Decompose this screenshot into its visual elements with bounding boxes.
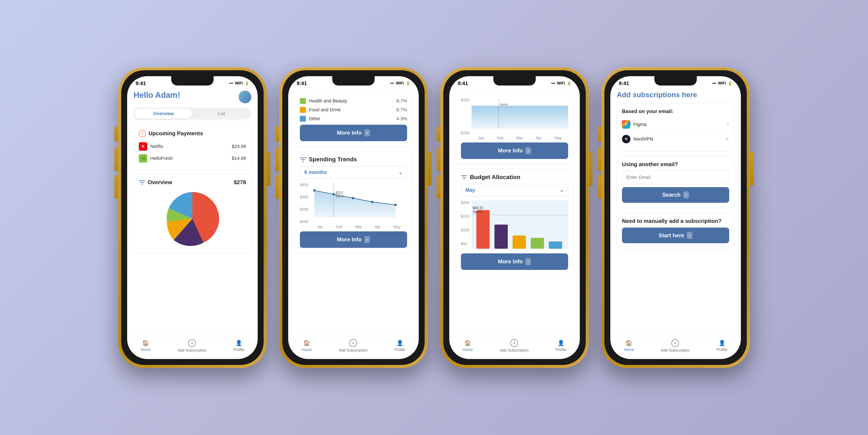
hellofresh-name: HelloFresh — [150, 156, 173, 161]
figma-icon: F — [622, 120, 630, 129]
phone-1-screen: 9:41 ▪▪▪ WiFi 🔋 Hello Adam! — [127, 76, 258, 359]
nav-profile-3[interactable]: 👤 Profile — [555, 340, 566, 352]
budget-dropdown[interactable]: May ⌄ — [461, 184, 568, 196]
power-button-3 — [589, 152, 592, 186]
nav-profile-2[interactable]: 👤 Profile — [394, 340, 405, 352]
svg-rect-17 — [461, 175, 467, 176]
phone-4: 9:41 ▪▪▪ WiFi 🔋 Add subscriptions here B… — [601, 67, 750, 368]
more-info-btn-2[interactable]: More Info › — [300, 231, 407, 248]
bottom-nav-4: 🏠 Home + Add Subscription 👤 Profile — [610, 336, 741, 359]
svg-text:Spent: Spent — [473, 210, 482, 213]
warning-icon: ! — [139, 130, 146, 137]
profile-icon-2: 👤 — [397, 340, 403, 346]
more-info-btn-4[interactable]: More Info › — [461, 254, 568, 270]
pie-chart — [163, 189, 222, 248]
signal-icon-3: ▪▪▪ — [551, 81, 555, 86]
profile-icon-3: 👤 — [558, 340, 564, 346]
svg-rect-2 — [141, 184, 143, 185]
legend-pct-health: 8.7% — [397, 98, 407, 104]
more-info-btn-3[interactable]: More Info › — [461, 142, 568, 159]
top-chart-y-labels: $200 $100 — [461, 98, 469, 135]
top-chart-container: $200 $100 — [461, 98, 568, 140]
volume-down-button — [115, 175, 118, 199]
nav-add-1[interactable]: + Add Subscription — [178, 339, 207, 353]
legend-dot-other — [300, 116, 306, 122]
tab-list[interactable]: List — [192, 109, 250, 119]
nav-add-3[interactable]: + Add Subscription — [500, 339, 528, 353]
search-button[interactable]: Search › — [622, 187, 729, 203]
svg-text:Spent: Spent — [499, 102, 507, 106]
phone-1-inner: 9:41 ▪▪▪ WiFi 🔋 Hello Adam! — [121, 70, 264, 365]
nav-add-label-1: Add Subscription — [178, 348, 207, 353]
nav-home-1[interactable]: 🏠 Home — [141, 340, 151, 352]
phone-3-body: 9:41 ▪▪▪ WiFi 🔋 $200 — [440, 67, 589, 368]
svg-rect-24 — [513, 235, 526, 249]
more-info-btn-1[interactable]: More Info › — [300, 125, 407, 141]
bar-y-50: $50 — [461, 242, 469, 246]
top-x-mar: Mar — [517, 136, 523, 140]
x-jan: Jan — [317, 225, 323, 229]
phone-2: 9:41 ▪▪▪ WiFi 🔋 Hea — [279, 67, 428, 368]
avatar[interactable] — [239, 91, 251, 103]
phone-4-inner: 9:41 ▪▪▪ WiFi 🔋 Add subscriptions here B… — [604, 70, 747, 365]
add-icon-1: + — [188, 339, 196, 347]
notch — [171, 76, 214, 86]
netflix-icon: N — [142, 144, 144, 148]
volume-down-button-4 — [598, 175, 601, 199]
nav-profile-label-1: Profile — [233, 347, 244, 352]
nav-home-4[interactable]: 🏠 Home — [624, 340, 634, 352]
trends-title: Spending Trends — [309, 156, 357, 163]
overview-card: Overview $278 — [133, 174, 251, 254]
top-x-apr: Apr — [536, 136, 541, 140]
spending-trends-card: Spending Trends 6 months ⌄ $400 — [294, 151, 412, 253]
nav-profile-4[interactable]: 👤 Profile — [716, 340, 727, 352]
bar-y-200: $200 — [461, 200, 469, 205]
email-input[interactable] — [622, 171, 729, 184]
chevron-icon-1: › — [364, 129, 370, 137]
svg-rect-19 — [463, 179, 465, 179]
svg-text:Spent: Spent — [336, 195, 344, 198]
nav-home-2[interactable]: 🏠 Home — [302, 340, 312, 352]
legend-other: Other 4.3% — [300, 116, 407, 122]
nav-add-2[interactable]: + Add Subscription — [339, 339, 368, 353]
x-apr: Apr — [375, 225, 381, 229]
profile-icon-1: 👤 — [236, 340, 242, 346]
budget-header: Budget Allocation — [461, 174, 568, 180]
more-info-label-1: More Info — [337, 130, 362, 136]
start-here-button[interactable]: Start here › — [622, 228, 729, 243]
svg-text:$60.32: $60.32 — [473, 206, 483, 210]
svg-point-8 — [352, 197, 354, 199]
figma-add-action[interactable]: + — [726, 122, 729, 127]
phone-2-screen: 9:41 ▪▪▪ WiFi 🔋 Hea — [288, 76, 419, 359]
bar-chart-container: $200 $150 $100 $50 — [461, 200, 568, 251]
nordvpn-check-action[interactable]: ✓ — [725, 136, 729, 142]
svg-rect-18 — [462, 177, 466, 177]
nav-home-label-3: Home — [463, 347, 473, 352]
chevron-icon-3: › — [525, 147, 531, 154]
volume-up-button — [115, 148, 118, 171]
trends-dropdown[interactable]: 6 months ⌄ — [300, 166, 407, 178]
nav-home-label-4: Home — [624, 347, 634, 352]
svg-rect-26 — [549, 241, 562, 248]
y-label-100: $100 — [300, 220, 308, 224]
bottom-nav-1: 🏠 Home + Add Subscription 👤 Profile — [127, 336, 258, 359]
manual-add-card: Need to manually add a subscription? Sta… — [617, 212, 735, 249]
tab-overview[interactable]: Overview — [134, 109, 192, 119]
svg-rect-14 — [471, 106, 568, 129]
svg-rect-4 — [301, 159, 305, 160]
nav-add-4[interactable]: + Add Subscription — [661, 339, 689, 353]
nordvpn-icon-letter: N — [625, 137, 627, 141]
nav-home-label-2: Home — [302, 347, 312, 352]
top-x-jan: Jan — [478, 136, 484, 140]
status-time-4: 9:41 — [619, 80, 629, 87]
top-chart-x-labels: Jan Feb Mar Apr May — [471, 136, 568, 140]
phone-4-content: Add subscriptions here Based on your ema… — [610, 89, 741, 336]
status-time-2: 9:41 — [297, 80, 307, 87]
y-label-300: $300 — [300, 195, 308, 199]
budget-title: Budget Allocation — [470, 174, 521, 180]
nav-home-3[interactable]: 🏠 Home — [463, 340, 473, 352]
notch-4 — [654, 76, 697, 86]
nav-profile-1[interactable]: 👤 Profile — [233, 340, 244, 352]
home-icon-1: 🏠 — [142, 340, 149, 346]
budget-dropdown-label: May — [465, 187, 475, 193]
